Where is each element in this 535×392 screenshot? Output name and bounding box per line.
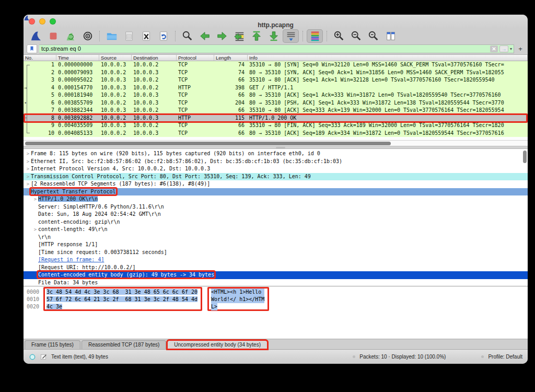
detail-tree-line[interactable]: >HTTP/1.0 200 OK\r\n <box>24 195 528 203</box>
hex-row[interactable]: 00003c 48 54 4d 4c 3e 3c 68 31 3e 48 65 … <box>24 289 528 296</box>
detail-tree-line[interactable]: Content-encoded entity body (gzip): 49 b… <box>24 271 528 279</box>
table-row[interactable]: →4 0.000154770 10.0.0.3 10.0.0.2 HTTP 39… <box>24 84 528 92</box>
resize-columns-icon[interactable] <box>382 29 399 43</box>
table-row[interactable]: 2 0.000079093 10.0.0.2 10.0.0.3 TCP 74 8… <box>24 69 528 77</box>
column-header[interactable]: Protocol <box>177 55 214 61</box>
filter-add-button[interactable]: + <box>516 45 525 53</box>
hex-bytes[interactable]: 3c 48 54 4d 4c 3e 3c 68 31 3e 48 65 6c 6… <box>46 289 197 295</box>
go-to-packet-icon[interactable] <box>231 29 247 43</box>
filter-clear-icon[interactable]: ✕ <box>490 45 498 52</box>
detail-tree-line[interactable]: >content-length: 49\r\n <box>24 226 528 234</box>
packet-list: 1 0.000000000 10.0.0.3 10.0.0.2 TCP 74 3… <box>24 61 528 140</box>
detail-tree-line[interactable]: \r\n <box>24 234 528 241</box>
toolbar-separator <box>99 31 100 41</box>
column-header[interactable]: Length <box>214 55 248 61</box>
column-header[interactable]: No. <box>24 55 56 61</box>
save-file-icon[interactable] <box>121 29 137 43</box>
detail-tree-line[interactable]: >Internet Protocol Version 4, Src: 10.0.… <box>24 165 528 173</box>
zoom-out-icon[interactable] <box>348 29 364 43</box>
hex-ascii[interactable]: <HTML><h 1>Hello <box>211 289 264 296</box>
byte-view-tab[interactable]: Frame (115 bytes) <box>25 340 80 349</box>
packet-destination: 10.0.0.2 <box>132 107 177 114</box>
expander-caret-icon[interactable]: > <box>25 150 31 158</box>
zoom-reset-icon[interactable] <box>365 29 381 43</box>
detail-tree-line[interactable]: [Request in frame: 4] <box>24 256 528 264</box>
table-row[interactable]: 1 0.000000000 10.0.0.3 10.0.0.2 TCP 74 3… <box>24 61 528 69</box>
expander-caret-icon[interactable]: > <box>25 180 31 188</box>
packet-time: 0.004085133 <box>56 130 99 137</box>
reload-file-icon[interactable] <box>155 29 171 43</box>
detail-tree-line[interactable]: File Data: 34 bytes <box>24 279 528 286</box>
detail-tree-line[interactable]: Date: Sun, 18 Aug 2024 02:54:42 GMT\r\n <box>24 211 528 218</box>
detail-tree-line[interactable]: [Time since request: 0.003738112 seconds… <box>24 249 528 257</box>
filter-apply-icon[interactable]: → <box>499 45 508 52</box>
detail-tree-line[interactable]: [Request URI: http://10.0.0.2/] <box>24 264 528 272</box>
auto-scroll-icon[interactable] <box>283 29 299 43</box>
hex-ascii[interactable]: L> <box>211 303 217 310</box>
filter-bookmark-button[interactable] <box>27 44 37 53</box>
hex-ascii[interactable]: World!</ h1></HTM <box>211 296 264 303</box>
close-file-icon[interactable] <box>138 29 154 43</box>
profile-status[interactable]: Profile: Default <box>488 354 522 360</box>
column-header[interactable]: Destination <box>132 55 177 61</box>
detail-tree-line[interactable]: >Transmission Control Protocol, Src Port… <box>24 173 528 181</box>
detail-tree-line[interactable]: >Ethernet II, Src: bc:f2:b8:57:86:02 (bc… <box>24 158 528 166</box>
vertical-scrollbar-thumb[interactable] <box>523 151 527 163</box>
expander-caret-icon[interactable]: > <box>24 189 32 194</box>
capture-options-icon[interactable] <box>79 29 96 43</box>
packet-details-pane: >Frame 8: 115 bytes on wire (920 bits), … <box>24 149 528 286</box>
byte-view-tab[interactable]: Uncompressed entity body (34 bytes) <box>167 340 268 349</box>
wireshark-fin-icon[interactable] <box>28 29 44 43</box>
byte-view-tab[interactable]: Reassembled TCP (187 bytes) <box>82 340 166 349</box>
detail-tree-line[interactable]: [HTTP response 1/1] <box>24 241 528 249</box>
column-header[interactable]: Source <box>99 55 132 61</box>
hex-bytes[interactable]: 57 6f 72 6c 64 21 3c 2f 68 31 3e 3c 2f 4… <box>46 296 197 302</box>
column-header[interactable]: Time <box>56 55 99 61</box>
expander-caret-icon[interactable]: > <box>25 165 31 173</box>
expander-caret-icon[interactable]: > <box>32 195 38 203</box>
packet-info: 35310 → 80 [ACK] Seq=333 Ack=139 Win=320… <box>248 107 528 114</box>
display-filter-input[interactable]: tcp.stream eq 0 ✕ → ▾ <box>39 44 514 53</box>
next-packet-icon[interactable] <box>214 29 230 43</box>
colorize-packets-icon[interactable] <box>307 29 323 43</box>
detail-text: Transmission Control Protocol, Src Port:… <box>31 174 311 179</box>
first-packet-icon[interactable] <box>248 29 264 43</box>
filter-dropdown-icon[interactable]: ▾ <box>510 47 512 51</box>
status-bar: Text item (text), 49 bytes Packets: 10 ·… <box>24 349 528 364</box>
table-row[interactable]: 7 0.003882344 10.0.0.3 10.0.0.2 TCP 66 3… <box>24 107 528 114</box>
column-header[interactable]: Info <box>248 55 528 61</box>
detail-text: Date: Sun, 18 Aug 2024 02:54:42 GMT\r\n <box>38 211 161 217</box>
zoom-in-icon[interactable] <box>331 29 347 43</box>
hex-row[interactable]: 001057 6f 72 6c 64 21 3c 2f 68 31 3e 3c … <box>24 296 528 303</box>
find-packet-icon[interactable] <box>179 29 195 43</box>
detail-tree-line[interactable]: Server: SimpleHTTP/0.6 Python/3.11.6\r\n <box>24 203 528 211</box>
table-row[interactable]: 10 0.004085133 10.0.0.2 10.0.0.3 TCP 66 … <box>24 130 528 137</box>
stop-capture-icon[interactable] <box>45 29 61 43</box>
table-row[interactable]: 5 0.000181940 10.0.0.2 10.0.0.3 TCP 66 8… <box>24 91 528 99</box>
detail-text: Ethernet II, Src: bc:f2:b8:57:86:02 (bc:… <box>31 158 342 164</box>
previous-packet-icon[interactable] <box>196 29 213 43</box>
detail-tree-line[interactable]: >[2 Reassembled TCP Segments (187 bytes)… <box>24 180 528 188</box>
detail-tree-line[interactable]: >Frame 8: 115 bytes on wire (920 bits), … <box>24 150 528 158</box>
packet-destination: 10.0.0.3 <box>132 69 177 77</box>
table-row[interactable]: 3 0.000095022 10.0.0.3 10.0.0.2 TCP 66 3… <box>24 76 528 84</box>
hex-bytes[interactable]: 4c 3e <box>46 304 62 309</box>
expander-caret-icon[interactable]: > <box>25 173 31 181</box>
detail-tree-line[interactable]: content-encoding: gzip\r\n <box>24 218 528 226</box>
table-row[interactable]: 9 0.004035509 10.0.0.3 10.0.0.2 TCP 66 3… <box>24 122 528 130</box>
packet-source: 10.0.0.2 <box>99 91 132 99</box>
table-row[interactable]: •6 0.003855709 10.0.0.2 10.0.0.3 TCP 204… <box>24 99 528 107</box>
expander-caret-icon[interactable]: > <box>25 158 31 166</box>
expander-caret-icon[interactable]: > <box>32 226 38 234</box>
hex-row[interactable]: 00204c 3eL> <box>24 303 528 310</box>
restart-capture-icon[interactable] <box>62 29 78 43</box>
capture-comment-icon[interactable] <box>40 353 47 360</box>
table-row[interactable]: ─8 0.003892882 10.0.0.2 10.0.0.3 HTTP 11… <box>24 114 528 122</box>
scrollbar-thumb[interactable] <box>25 142 391 145</box>
expert-info-icon[interactable] <box>29 353 36 361</box>
packet-destination: 10.0.0.3 <box>132 99 177 107</box>
last-packet-icon[interactable] <box>265 29 282 43</box>
detail-tree-line[interactable]: >Hypertext Transfer Protocol <box>24 188 528 196</box>
packet-time: 0.000079093 <box>56 69 99 77</box>
open-file-icon[interactable] <box>103 29 120 43</box>
